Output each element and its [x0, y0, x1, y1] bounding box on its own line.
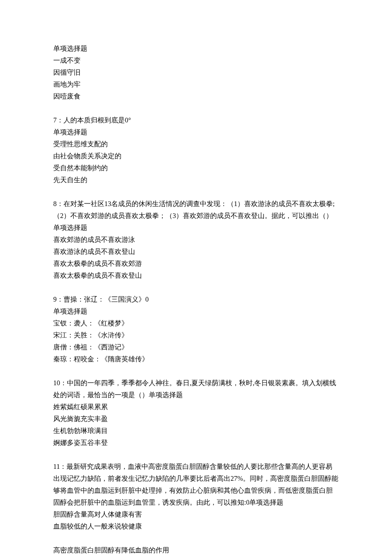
question-block-10: 10：中国的一年四季，季季都令人神往。春日,夏天绿荫满枝，秋时,冬日银装素裹。填…	[53, 377, 339, 449]
option-text: 宋江：关胜：《水浒传》	[53, 329, 339, 341]
option-text: 唐僧：佛祖：《西游记》	[53, 341, 339, 353]
question-block-8: 8：在对某一社区13名成员的休闲生活情况的调查中发现：（1）喜欢游泳的成员不喜欢…	[53, 198, 339, 282]
option-text: 喜欢郊游的成员不喜欢游泳	[53, 234, 339, 246]
option-text: 婀娜多姿五谷丰登	[53, 437, 339, 449]
option-text: 生机勃勃琳琅满目	[53, 425, 339, 437]
question-type-label: 单项选择题	[53, 305, 339, 317]
question-stem: 7：人的本质归根到底是0°	[53, 114, 339, 126]
option-text: 血脂较低的人一般来说较健康	[53, 520, 339, 532]
question-block-11-continued: 高密度脂蛋白胆固醇有降低血脂的作用 记忆力有缺陷的人血液里高密度脂蛋白胆固醇含量…	[53, 544, 339, 555]
option-text: 风光旖旎充实丰盈	[53, 413, 339, 425]
question-stem: 9：曹操：张辽：《三国演义》0	[53, 293, 339, 305]
option-text: 胆固醇含量高对人体健康有害	[53, 509, 339, 520]
option-text: 姓紫嫣红硕果累累	[53, 401, 339, 413]
option-text: 一成不变	[53, 55, 339, 67]
option-text: 画地为牢	[53, 78, 339, 90]
option-text: 高密度脂蛋白胆固醇有降低血脂的作用	[53, 544, 339, 555]
option-text: 因噎废食	[53, 90, 339, 102]
option-text: 受理性思维支配的	[53, 138, 339, 150]
option-text: 受自然本能制约的	[53, 162, 339, 174]
document-page: 单项选择题 一成不变 因循守旧 画地为牢 因噎废食 7：人的本质归根到底是0° …	[0, 0, 392, 555]
question-stem: 10：中国的一年四季，季季都令人神往。春日,夏天绿荫满枝，秋时,冬日银装素裹。填…	[53, 377, 339, 401]
option-text: 先天自生的	[53, 174, 339, 186]
option-text: 喜欢游泳的成员不喜欢登山	[53, 246, 339, 258]
option-text: 喜欢太极拳的成员不喜欢郊游	[53, 258, 339, 270]
option-text: 喜欢太极拳的成员不喜欢登山	[53, 270, 339, 282]
question-stem: 8：在对某一社区13名成员的休闲生活情况的调查中发现：（1）喜欢游泳的成员不喜欢…	[53, 198, 339, 234]
option-text: 秦琼：程咬金：《隋唐英雄传》	[53, 353, 339, 365]
question-block-7: 7：人的本质归根到底是0° 单项选择题 受理性思维支配的 由社会物质关系决定的 …	[53, 114, 339, 186]
option-text: 因循守旧	[53, 67, 339, 78]
question-block-9: 9：曹操：张辽：《三国演义》0 单项选择题 宝钗：袭人：《红楼梦》 宋江：关胜：…	[53, 293, 339, 365]
question-block-6-partial: 单项选择题 一成不变 因循守旧 画地为牢 因噎废食	[53, 43, 339, 102]
question-stem: 11：最新研究成果表明，血液中高密度脂蛋白胆固醇含量较低的人要比那些含量高的人更…	[53, 461, 339, 509]
question-type-label: 单项选择题	[53, 126, 339, 138]
option-text: 宝钗：袭人：《红楼梦》	[53, 317, 339, 329]
question-block-11: 11：最新研究成果表明，血液中高密度脂蛋白胆固醇含量较低的人要比那些含量高的人更…	[53, 461, 339, 532]
question-type-label: 单项选择题	[53, 43, 339, 55]
option-text: 由社会物质关系决定的	[53, 150, 339, 162]
